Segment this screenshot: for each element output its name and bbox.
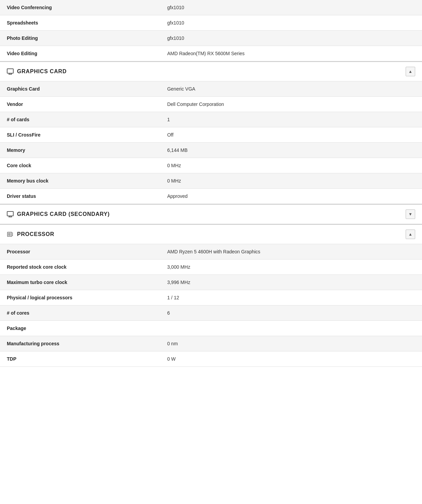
spec-label: Spreadsheets — [0, 15, 160, 31]
spec-label: Manufacturing process — [0, 336, 160, 351]
spec-label: Memory — [0, 143, 160, 158]
spec-label: Package — [0, 321, 160, 336]
monitor-icon — [7, 68, 14, 75]
spec-label: TDP — [0, 351, 160, 367]
svg-rect-0 — [7, 69, 13, 73]
graphics-card-secondary-header: GRAPHICS CARD (SECONDARY) ▼ — [0, 204, 422, 224]
table-row: TDP0 W — [0, 351, 422, 367]
spec-value: 6 — [160, 305, 422, 321]
spec-value: 0 W — [160, 351, 422, 367]
spec-value: 0 nm — [160, 336, 422, 351]
graphics-card-secondary-header-left: GRAPHICS CARD (SECONDARY) — [7, 211, 110, 217]
spec-value: Dell Computer Corporation — [160, 97, 422, 112]
table-row: Package — [0, 321, 422, 336]
spec-value: 3,000 MHz — [160, 259, 422, 275]
cpu-icon — [7, 231, 14, 237]
spec-label: Reported stock core clock — [0, 259, 160, 275]
spec-label: Driver status — [0, 189, 160, 204]
table-row: Video Conferencinggfx1010 — [0, 0, 422, 15]
graphics-card-primary-title: GRAPHICS CARD — [17, 68, 67, 75]
table-row: Driver statusApproved — [0, 189, 422, 204]
table-row: ProcessorAMD Ryzen 5 4600H with Radeon G… — [0, 244, 422, 259]
spec-value: AMD Radeon(TM) RX 5600M Series — [160, 46, 422, 61]
graphics-card-primary-table: Graphics CardGeneric VGAVendorDell Compu… — [0, 81, 422, 204]
table-row: Memory bus clock0 MHz — [0, 173, 422, 189]
table-row: SLI / CrossFireOff — [0, 127, 422, 143]
spec-value: gfx1010 — [160, 15, 422, 31]
processor-header-left: PROCESSOR — [7, 231, 54, 237]
spec-label: Maximum turbo core clock — [0, 275, 160, 290]
svg-rect-4 — [7, 211, 13, 216]
spec-value: 6,144 MB — [160, 143, 422, 158]
spec-value: Off — [160, 127, 422, 143]
spec-label: Graphics Card — [0, 81, 160, 97]
processor-table: ProcessorAMD Ryzen 5 4600H with Radeon G… — [0, 244, 422, 367]
graphics-card-primary-header-left: GRAPHICS CARD — [7, 68, 67, 75]
spec-value: gfx1010 — [160, 31, 422, 46]
spec-label: Video Editing — [0, 46, 160, 61]
spec-label: # of cores — [0, 305, 160, 321]
table-row: VendorDell Computer Corporation — [0, 97, 422, 112]
spec-label: Core clock — [0, 158, 160, 173]
spec-value: 0 MHz — [160, 173, 422, 189]
table-row: Physical / logical processors1 / 12 — [0, 290, 422, 305]
processor-header: PROCESSOR ▲ — [0, 224, 422, 244]
spec-label: Memory bus clock — [0, 173, 160, 189]
spec-value: Generic VGA — [160, 81, 422, 97]
spec-value — [160, 321, 422, 336]
spec-label: Processor — [0, 244, 160, 259]
spec-label: # of cards — [0, 112, 160, 127]
table-row: Maximum turbo core clock3,996 MHz — [0, 275, 422, 290]
table-row: Video EditingAMD Radeon(TM) RX 5600M Ser… — [0, 46, 422, 61]
spec-value: 1 / 12 — [160, 290, 422, 305]
graphics-card-secondary-collapse-btn[interactable]: ▼ — [406, 209, 415, 219]
spec-value: 1 — [160, 112, 422, 127]
table-row: Memory6,144 MB — [0, 143, 422, 158]
processor-title: PROCESSOR — [17, 231, 54, 237]
table-row: # of cores6 — [0, 305, 422, 321]
spec-value: 0 MHz — [160, 158, 422, 173]
spec-label: Photo Editing — [0, 31, 160, 46]
spec-label: Vendor — [0, 97, 160, 112]
spec-label: Physical / logical processors — [0, 290, 160, 305]
spec-label: SLI / CrossFire — [0, 127, 160, 143]
table-row: Manufacturing process0 nm — [0, 336, 422, 351]
table-row: Graphics CardGeneric VGA — [0, 81, 422, 97]
graphics-card-primary-collapse-btn[interactable]: ▲ — [406, 67, 415, 76]
spec-value: 3,996 MHz — [160, 275, 422, 290]
spec-value: Approved — [160, 189, 422, 204]
table-row: Photo Editinggfx1010 — [0, 31, 422, 46]
graphics-card-primary-header: GRAPHICS CARD ▲ — [0, 61, 422, 81]
table-row: Spreadsheetsgfx1010 — [0, 15, 422, 31]
graphics-card-secondary-title: GRAPHICS CARD (SECONDARY) — [17, 211, 110, 217]
top-spec-table: Video Conferencinggfx1010Spreadsheetsgfx… — [0, 0, 422, 61]
monitor-secondary-icon — [7, 211, 14, 217]
table-row: Reported stock core clock3,000 MHz — [0, 259, 422, 275]
spec-label: Video Conferencing — [0, 0, 160, 15]
processor-collapse-btn[interactable]: ▲ — [406, 230, 415, 239]
spec-value: AMD Ryzen 5 4600H with Radeon Graphics — [160, 244, 422, 259]
table-row: # of cards1 — [0, 112, 422, 127]
page-wrapper: Video Conferencinggfx1010Spreadsheetsgfx… — [0, 0, 422, 367]
spec-value: gfx1010 — [160, 0, 422, 15]
table-row: Core clock0 MHz — [0, 158, 422, 173]
